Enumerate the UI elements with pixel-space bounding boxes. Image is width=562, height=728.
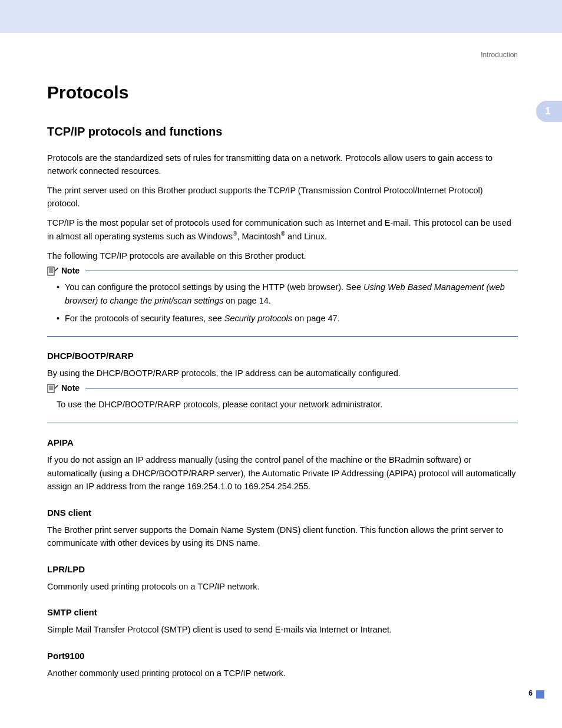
subsection-heading-apipa: APIPA bbox=[47, 437, 518, 447]
intro-paragraph-4: The following TCP/IP protocols are avail… bbox=[47, 249, 518, 262]
text-fragment: and Linux. bbox=[285, 232, 327, 241]
note-block: Note You can configure the protocol sett… bbox=[47, 271, 518, 336]
note-text: To use the DHCP/BOOTP/RARP protocols, pl… bbox=[47, 398, 518, 411]
note-label: Note bbox=[61, 266, 80, 275]
chapter-tab: 1 bbox=[536, 101, 562, 122]
subsection-body: By using the DHCP/BOOTP/RARP protocols, … bbox=[47, 367, 518, 380]
page-number: 6 bbox=[528, 689, 533, 697]
note-header: Note bbox=[47, 383, 518, 393]
page-number-accent bbox=[536, 690, 544, 699]
note-label: Note bbox=[61, 383, 80, 393]
page-content: Introduction 1 Protocols TCP/IP protocol… bbox=[0, 33, 562, 709]
header-band bbox=[0, 0, 562, 33]
cross-reference-link[interactable]: Security protocols bbox=[224, 314, 292, 323]
text-fragment: on page 47. bbox=[292, 314, 340, 323]
subsection-body: Commonly used printing protocols on a TC… bbox=[47, 580, 518, 593]
running-header: Introduction bbox=[47, 51, 518, 59]
intro-paragraph-3: TCP/IP is the most popular set of protoc… bbox=[47, 216, 518, 243]
subsection-body: The Brother print server supports the Do… bbox=[47, 523, 518, 550]
note-header: Note bbox=[47, 265, 518, 276]
section-heading: TCP/IP protocols and functions bbox=[47, 125, 518, 139]
intro-paragraph-1: Protocols are the standardized sets of r… bbox=[47, 151, 518, 178]
subsection-heading-dns: DNS client bbox=[47, 508, 518, 518]
note-icon bbox=[47, 265, 59, 276]
intro-paragraph-2: The print server used on this Brother pr… bbox=[47, 184, 518, 210]
note-block: Note To use the DHCP/BOOTP/RARP protocol… bbox=[47, 388, 518, 423]
registered-mark: ® bbox=[281, 230, 285, 237]
note-item: For the protocols of security features, … bbox=[57, 312, 518, 325]
text-fragment: You can configure the protocol settings … bbox=[65, 282, 363, 292]
text-fragment: , Macintosh bbox=[237, 232, 280, 241]
note-item: You can configure the protocol settings … bbox=[57, 281, 518, 307]
subsection-heading-smtp: SMTP client bbox=[47, 607, 518, 617]
note-list: You can configure the protocol settings … bbox=[47, 281, 518, 325]
page-title: Protocols bbox=[47, 83, 518, 103]
subsection-heading-dhcp: DHCP/BOOTP/RARP bbox=[47, 351, 518, 361]
subsection-heading-lpr: LPR/LPD bbox=[47, 564, 518, 574]
text-fragment: For the protocols of security features, … bbox=[65, 314, 224, 323]
subsection-body: Another commonly used printing protocol … bbox=[47, 667, 518, 680]
text-fragment: on page 14. bbox=[223, 296, 271, 305]
subsection-body: If you do not assign an IP address manua… bbox=[47, 453, 518, 493]
subsection-heading-port9100: Port9100 bbox=[47, 651, 518, 661]
subsection-body: Simple Mail Transfer Protocol (SMTP) cli… bbox=[47, 623, 518, 636]
note-icon bbox=[47, 383, 59, 393]
